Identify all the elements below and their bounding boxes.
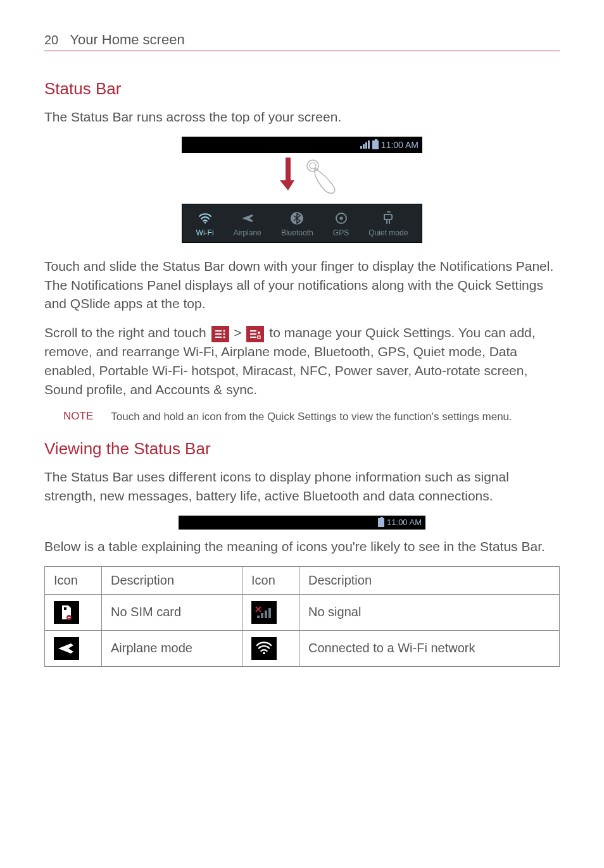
quick-item-label: Airplane (234, 228, 261, 237)
quick-settings-panel: Wi-Fi Airplane Bluetooth GPS Quiet mode (182, 204, 422, 243)
desc-no-signal: No signal (299, 594, 560, 630)
quick-item-airplane[interactable]: Airplane (234, 211, 261, 237)
svg-rect-9 (258, 336, 260, 338)
svg-rect-12 (68, 617, 70, 618)
svg-point-2 (204, 221, 206, 223)
quick-item-label: GPS (333, 228, 349, 237)
mini-status-strip: 11:00 AM (179, 516, 425, 530)
table-header-row: Icon Description Icon Description (45, 566, 560, 594)
svg-point-7 (223, 333, 225, 335)
svg-point-6 (223, 330, 225, 332)
figure-status-bar: 11:00 AM Wi-Fi Airplane (44, 137, 560, 243)
quick-item-quiet[interactable]: Quiet mode (368, 211, 408, 237)
page-header: 20 Your Home screen (44, 32, 560, 51)
th-description: Description (102, 566, 242, 594)
table-row: No SIM card No signal (45, 594, 560, 630)
battery-icon (378, 518, 384, 527)
signal-icon (360, 140, 370, 149)
svg-point-8 (223, 336, 225, 338)
no-sim-icon (54, 601, 79, 624)
desc-wifi: Connected to a Wi-Fi network (299, 630, 560, 666)
status-time: 11:00 AM (381, 140, 418, 150)
svg-rect-15 (265, 611, 267, 618)
swipe-arrow-icon (280, 156, 296, 192)
svg-point-17 (263, 652, 265, 654)
below-text: Below is a table explaining the meaning … (44, 537, 560, 556)
quick-item-gps[interactable]: GPS (333, 211, 349, 237)
svg-rect-13 (257, 616, 260, 618)
quick-item-wifi[interactable]: Wi-Fi (196, 211, 214, 237)
quiet-icon (381, 211, 396, 226)
note-label: NOTE (63, 409, 93, 425)
status-strip: 11:00 AM (182, 137, 422, 153)
status-time: 11:00 AM (387, 518, 422, 527)
wifi-icon (198, 211, 213, 226)
status-bar-intro: The Status Bar runs across the top of yo… (44, 108, 560, 127)
page-number: 20 (44, 33, 58, 47)
viewing-intro: The Status Bar uses different icons to d… (44, 468, 560, 505)
svg-rect-16 (268, 608, 271, 618)
note: NOTE Touch and hold an icon from the Qui… (44, 409, 560, 425)
battery-icon (372, 140, 379, 149)
gt-separator: > (234, 325, 245, 340)
th-icon: Icon (45, 566, 102, 594)
desc-airplane: Airplane mode (102, 630, 242, 666)
settings-list-icon (211, 326, 229, 342)
page-title: Your Home screen (70, 32, 184, 48)
quick-item-bluetooth[interactable]: Bluetooth (281, 211, 313, 237)
gps-icon (334, 211, 349, 226)
desc-no-sim: No SIM card (102, 594, 242, 630)
icon-table: Icon Description Icon Description No SIM… (44, 566, 560, 667)
quick-item-label: Wi-Fi (196, 228, 214, 237)
quick-item-label: Quiet mode (368, 228, 408, 237)
airplane-icon (240, 211, 255, 226)
airplane-mode-icon (54, 637, 79, 660)
para-notifications: Touch and slide the Status Bar down with… (44, 257, 560, 313)
para-scroll-part1: Scroll to the right and touch (44, 325, 210, 340)
svg-point-5 (339, 216, 343, 220)
note-text: Touch and hold an icon from the Quick Se… (111, 409, 512, 425)
svg-rect-10 (64, 607, 66, 610)
wifi-connected-icon (251, 637, 277, 660)
quick-item-label: Bluetooth (281, 228, 313, 237)
settings-edit-icon (246, 326, 264, 342)
heading-status-bar: Status Bar (44, 79, 560, 99)
bluetooth-icon (289, 211, 305, 226)
svg-rect-14 (261, 613, 263, 618)
th-icon: Icon (242, 566, 299, 594)
finger-icon (305, 158, 339, 197)
th-description: Description (299, 566, 560, 594)
table-row: Airplane mode Connected to a Wi-Fi netwo… (45, 630, 560, 666)
para-scroll: Scroll to the right and touch > to manag… (44, 323, 560, 399)
heading-viewing-status-bar: Viewing the Status Bar (44, 439, 560, 459)
no-signal-icon (251, 601, 277, 624)
